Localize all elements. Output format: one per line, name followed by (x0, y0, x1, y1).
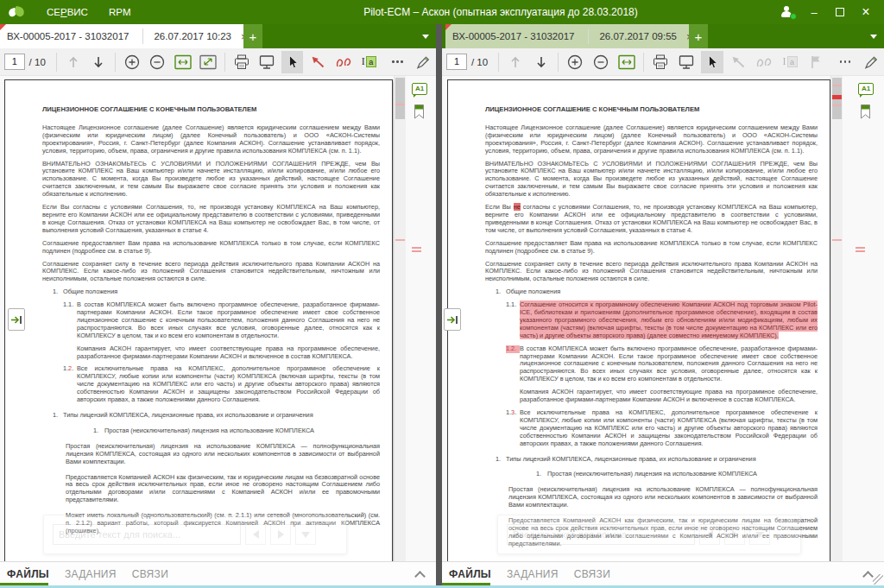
search-options-button[interactable] (749, 524, 770, 545)
diff-equals-marker (856, 247, 865, 254)
chevron-up-icon[interactable] (414, 571, 426, 582)
tab-tasks[interactable]: ЗАДАНИЯ (65, 568, 117, 580)
maximize-button[interactable] (827, 0, 853, 24)
doc-paragraph: 1.3.Все исключительные права на КОМПЛЕКС… (485, 409, 818, 448)
zoom-out-button[interactable] (590, 51, 612, 73)
tab-doc-name: ВХ-00005-2017 - 31032017 (7, 31, 129, 41)
previous-page-button[interactable] (504, 51, 527, 73)
presentation-button[interactable] (675, 51, 698, 73)
doc-paragraph: ЛИЦЕНЗИОННОЕ СОГЛАШЕНИЕ С КОНЕЧНЫМ ПОЛЬЗ… (485, 106, 818, 114)
expand-panel-button[interactable] (444, 308, 461, 331)
diff-tick-bold (832, 95, 842, 99)
document-scrollbar[interactable] (394, 76, 406, 561)
bookmark-icon[interactable] (414, 104, 425, 120)
tab-list-dropdown-icon[interactable] (422, 35, 429, 39)
doc-paragraph: 1.1.В состав КОМПЛЕКСА может быть включе… (42, 301, 380, 340)
resize-grip[interactable] (873, 574, 883, 585)
select-tool-button[interactable] (281, 51, 304, 73)
search-input[interactable] (53, 524, 241, 545)
search-options-button[interactable] (295, 524, 316, 545)
tab-tasks[interactable]: ЗАДАНИЯ (507, 568, 559, 580)
more-tools-button[interactable] (387, 51, 409, 73)
tab-links[interactable]: СВЯЗИ (574, 568, 610, 580)
add-tab-button[interactable]: + (689, 24, 708, 48)
print-button[interactable] (230, 51, 253, 73)
red-arrow-icon (310, 55, 325, 69)
search-input[interactable] (507, 524, 695, 545)
print-button[interactable] (649, 51, 672, 73)
fit-width-button[interactable] (616, 51, 638, 73)
arrow-into-bar-icon (446, 315, 458, 325)
page-number-input[interactable]: 1 (446, 54, 467, 70)
search-next-button[interactable] (724, 524, 745, 545)
minimize-button[interactable]: – (801, 0, 827, 24)
red-arrow-icon (730, 55, 746, 69)
doc-paragraph: Настоящее Лицензионное соглашение (далее… (485, 124, 818, 155)
window-controls: – × (775, 0, 879, 24)
tab-files[interactable]: ФАЙЛЫ (449, 568, 491, 580)
left-document-tab[interactable]: ВХ-00005-2017 - 31032017 26.07.2017 10:2… (0, 24, 256, 48)
doc-paragraph: ВНИМАТЕЛЬНО ОЗНАКОМЬТЕСЬ С УСЛОВИЯМИ И П… (42, 161, 380, 199)
scrollbar-thumb[interactable] (395, 78, 405, 119)
modified-flag-icon (0, 24, 6, 30)
user-status-icon[interactable] (775, 0, 801, 24)
expand-panel-button[interactable] (8, 308, 25, 331)
menu-bar: СЕРВИС RPM (36, 3, 141, 22)
arrow-down-icon (535, 55, 547, 69)
fit-width-button[interactable] (172, 51, 194, 73)
flag-annotation-button[interactable] (805, 51, 827, 73)
zoom-in-button[interactable] (564, 51, 586, 73)
search-next-button[interactable] (270, 524, 291, 545)
arrow-annotation-button[interactable] (306, 51, 329, 73)
text-highlight-button[interactable]: Ia (779, 51, 801, 73)
next-page-button[interactable] (87, 51, 110, 73)
document-page[interactable]: ЛИЦЕНЗИОННОЕ СОГЛАШЕНИЕ С КОНЕЧНЫМ ПОЛЬЗ… (447, 79, 830, 561)
arrow-annotation-button[interactable] (727, 51, 749, 73)
fit-page-button[interactable] (197, 51, 219, 73)
fit-width-icon (618, 54, 635, 70)
doc-paragraph: 1.Типы лицензий КОМПЛЕКСА, лицензионные … (485, 456, 818, 464)
pane-divider[interactable] (436, 24, 442, 585)
menu-item-service[interactable]: СЕРВИС (36, 3, 98, 22)
modified-flag-icon (445, 24, 451, 30)
document-scrollbar[interactable] (830, 76, 843, 561)
close-button[interactable]: × (853, 0, 879, 24)
search-overlay (497, 515, 801, 554)
zoom-out-button[interactable] (146, 51, 168, 73)
menu-item-rpm[interactable]: RPM (98, 3, 142, 22)
select-tool-button[interactable] (701, 51, 723, 73)
tab-files[interactable]: ФАЙЛЫ (7, 568, 49, 580)
more-tools-button[interactable] (834, 51, 856, 73)
previous-page-button[interactable] (62, 51, 85, 73)
add-tab-button[interactable]: + (243, 24, 262, 48)
search-prev-button[interactable] (699, 524, 720, 545)
right-document-tab[interactable]: ВХ-00005-2017 - 31032017 26.07.2017 09:5… (445, 24, 702, 48)
document-page[interactable]: ЛИЦЕНЗИОННОЕ СОГЛАШЕНИЕ С КОНЕЧНЫМ ПОЛЬЗ… (4, 79, 393, 561)
presentation-button[interactable] (256, 51, 278, 73)
doc-paragraph: 1.Простая (неисключительная) лицензия на… (485, 471, 818, 478)
doc-paragraph: Простая (неисключительная) лицензия на и… (508, 486, 818, 509)
chevron-up-icon[interactable] (862, 571, 874, 582)
doc-paragraph: Компания АСКОН гарантирует, что имеет со… (520, 389, 818, 404)
app-logo-icon (7, 4, 26, 20)
squiggle-annotation-button[interactable] (332, 51, 355, 73)
search-prev-button[interactable] (245, 524, 266, 545)
diff-tick (832, 239, 842, 241)
edit-annotations-button[interactable] (860, 51, 882, 73)
page-number-input[interactable]: 1 (4, 54, 25, 70)
tab-list-dropdown-icon[interactable] (870, 35, 877, 39)
left-tab-strip: ВХ-00005-2017 - 31032017 26.07.2017 10:2… (0, 24, 436, 48)
doc-paragraph: 1.Типы лицензий КОМПЛЕКСА, лицензионные … (42, 412, 380, 420)
annotation-badge[interactable]: A1 (858, 83, 874, 95)
edit-annotations-button[interactable] (412, 51, 434, 73)
annotation-badge[interactable]: A1 (412, 83, 427, 95)
doc-paragraph: Если Вы не согласны с условиями Соглашен… (485, 204, 818, 235)
fit-width-icon (174, 54, 192, 70)
next-page-button[interactable] (530, 51, 552, 73)
zoom-in-button[interactable] (121, 51, 143, 73)
tab-links[interactable]: СВЯЗИ (132, 568, 168, 580)
text-highlight-button[interactable]: Ia (357, 51, 380, 73)
bookmark-icon[interactable] (860, 104, 871, 120)
right-pane: ВХ-00005-2017 - 31032017 26.07.2017 09:5… (442, 24, 884, 585)
squiggle-annotation-button[interactable] (753, 51, 775, 73)
